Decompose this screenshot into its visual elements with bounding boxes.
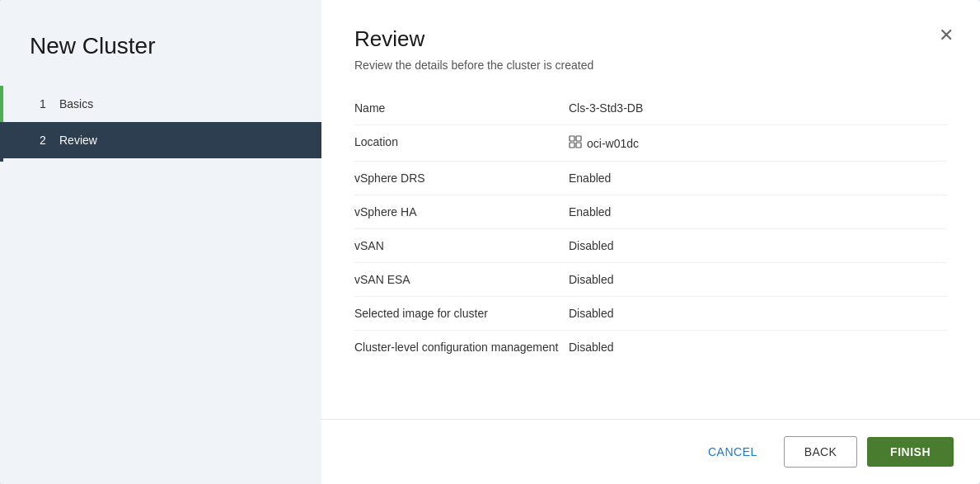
step-label-basics: Basics	[59, 97, 93, 110]
review-value-5: Disabled	[569, 273, 613, 286]
review-label-7: Cluster-level configuration management	[354, 341, 569, 354]
review-value-text-4: Disabled	[569, 239, 613, 252]
review-value-4: Disabled	[569, 239, 613, 252]
review-label-3: vSphere HA	[354, 205, 569, 219]
review-label-1: Location	[354, 135, 569, 148]
review-value-text-3: Enabled	[569, 205, 611, 219]
svg-rect-2	[570, 143, 574, 148]
step-indicator-basics	[0, 86, 3, 125]
review-label-5: vSAN ESA	[354, 273, 569, 286]
review-label-2: vSphere DRS	[354, 172, 569, 185]
review-label-0: Name	[354, 101, 569, 115]
footer: CANCEL BACK FINISH	[321, 419, 980, 484]
review-value-0: Cls-3-Std3-DB	[569, 101, 643, 115]
sidebar-step-basics[interactable]: 1 Basics	[0, 86, 321, 122]
sidebar-step-review[interactable]: 2 Review	[0, 122, 321, 158]
cancel-button[interactable]: CANCEL	[692, 437, 774, 467]
review-label-6: Selected image for cluster	[354, 307, 569, 320]
review-label-4: vSAN	[354, 239, 569, 252]
review-value-7: Disabled	[569, 341, 613, 354]
review-row-6: Selected image for clusterDisabled	[354, 297, 947, 331]
review-value-text-2: Enabled	[569, 172, 611, 185]
review-table: NameCls-3-Std3-DBLocation oci-w01dcvSphe…	[321, 92, 980, 419]
finish-button[interactable]: FINISH	[867, 437, 954, 467]
content-title: Review	[354, 26, 947, 52]
review-value-text-5: Disabled	[569, 273, 613, 286]
review-value-6: Disabled	[569, 307, 613, 320]
svg-rect-0	[570, 136, 574, 141]
back-button[interactable]: BACK	[784, 436, 857, 468]
review-row-2: vSphere DRSEnabled	[354, 162, 947, 195]
review-value-2: Enabled	[569, 172, 611, 185]
content-header: Review Review the details before the clu…	[321, 0, 980, 92]
review-row-4: vSANDisabled	[354, 229, 947, 263]
review-value-text-7: Disabled	[569, 341, 613, 354]
step-number-basics: 1	[26, 97, 59, 110]
datacenter-icon	[569, 135, 582, 151]
review-row-7: Cluster-level configuration managementDi…	[354, 331, 947, 364]
review-value-1: oci-w01dc	[569, 135, 639, 151]
review-value-text-6: Disabled	[569, 307, 613, 320]
svg-rect-3	[576, 143, 581, 148]
review-row-1: Location oci-w01dc	[354, 125, 947, 162]
step-indicator-review	[0, 122, 3, 162]
review-row-5: vSAN ESADisabled	[354, 263, 947, 297]
sidebar-steps: 1 Basics 2 Review	[0, 86, 321, 158]
review-row-3: vSphere HAEnabled	[354, 195, 947, 229]
review-value-text-0: Cls-3-Std3-DB	[569, 101, 643, 115]
main-content: Review Review the details before the clu…	[321, 0, 980, 484]
review-value-3: Enabled	[569, 205, 611, 219]
step-label-review: Review	[59, 134, 97, 147]
review-row-0: NameCls-3-Std3-DB	[354, 92, 947, 125]
review-value-text-1: oci-w01dc	[587, 137, 639, 150]
close-button[interactable]: ✕	[935, 23, 957, 48]
sidebar: New Cluster 1 Basics 2 Review	[0, 0, 321, 484]
sidebar-title: New Cluster	[0, 33, 321, 86]
svg-rect-1	[576, 136, 581, 141]
step-number-review: 2	[26, 134, 59, 147]
new-cluster-dialog: New Cluster 1 Basics 2 Review Review Rev…	[0, 0, 980, 484]
content-subtitle: Review the details before the cluster is…	[354, 59, 947, 72]
